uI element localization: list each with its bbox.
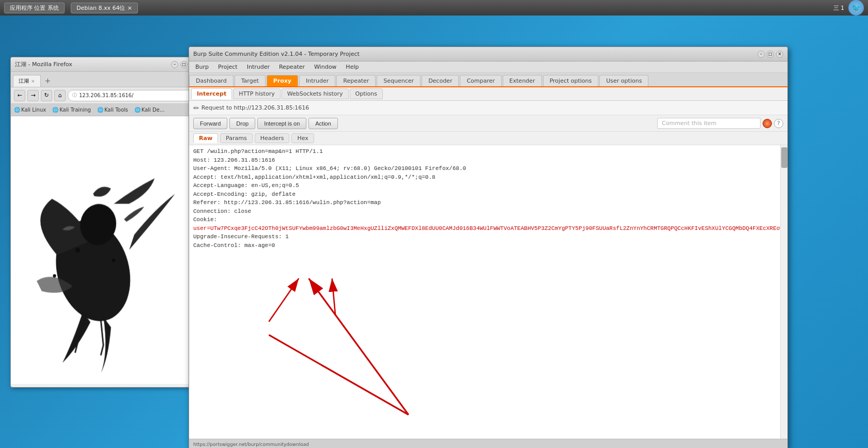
help-icon[interactable]: ? (774, 119, 783, 128)
request-line-11: Upgrade-Insecure-Requests: 1 (193, 233, 783, 241)
taskbar-tab-close-icon[interactable]: × (128, 5, 132, 11)
tab-intruder[interactable]: Intruder (299, 75, 335, 86)
req-tab-headers[interactable]: Headers (255, 133, 290, 143)
menu-repeater[interactable]: Repeater (275, 63, 309, 71)
tab-dashboard[interactable]: Dashboard (189, 75, 234, 86)
firefox-forward-btn[interactable]: → (27, 90, 39, 101)
action-bar: Forward Drop Intercept is on Action Comm… (189, 115, 787, 132)
firefox-ink-art (11, 116, 201, 384)
tab-project-options[interactable]: Project options (543, 75, 599, 86)
firefox-nav-bar: ← → ↻ ⌂ ⓘ 123.206.31.85:1616/ (11, 87, 201, 104)
taskbar-left: 应用程序 位置 系统 Debian 8.xx 64位 × (4, 3, 138, 13)
firefox-tab-jianghu[interactable]: 江湖 × (13, 75, 41, 87)
tab-comparer[interactable]: Comparer (460, 75, 501, 86)
tab-user-options[interactable]: User options (599, 75, 648, 86)
firefox-back-btn[interactable]: ← (14, 90, 25, 101)
kali-de-link[interactable]: 🌐 Kali De... (134, 107, 165, 113)
tab-target[interactable]: Target (235, 75, 266, 86)
request-line-3: User-Agent: Mozilla/5.0 (X11; Linux x86_… (193, 164, 783, 173)
taskbar-right: 三 1 🐦 (833, 0, 864, 16)
svg-point-3 (76, 249, 79, 252)
comment-input[interactable]: Comment this item (657, 118, 761, 129)
menu-intruder[interactable]: Intruder (243, 63, 274, 71)
menu-burp[interactable]: Burp (191, 63, 213, 71)
firefox-home-btn[interactable]: ⌂ (54, 90, 66, 101)
kali-linux-link[interactable]: 🌐 Kali Linux (14, 107, 46, 113)
desktop: 江湖 - Mozilla Firefox – □ × 江湖 × + ← → ↻ … (0, 16, 868, 448)
kali-tools-label: Kali Tools (104, 107, 128, 113)
status-bar: https://portswigger.net/burp/communitydo… (189, 439, 787, 448)
menu-window[interactable]: Window (310, 63, 340, 71)
svg-line-7 (269, 279, 299, 322)
forward-button[interactable]: Forward (193, 118, 227, 129)
kali-tools-link[interactable]: 🌐 Kali Tools (97, 107, 128, 113)
burp-sub-tabs: Intercept HTTP history WebSockets histor… (189, 87, 787, 101)
burp-title-text: Burp Suite Community Edition v2.1.04 - T… (193, 51, 360, 57)
scrollbar-track (780, 145, 787, 445)
svg-line-9 (269, 335, 408, 414)
svg-line-8 (332, 279, 335, 315)
kali-de-icon: 🌐 (134, 107, 141, 113)
svg-point-4 (113, 259, 115, 261)
burp-window: Burp Suite Community Edition v2.1.04 - T… (189, 47, 788, 448)
action-button[interactable]: Action (308, 118, 338, 129)
edit-pencil-icon: ✏ (193, 104, 199, 112)
request-line-9: Cookie: (193, 215, 783, 224)
req-tab-params[interactable]: Params (220, 133, 253, 143)
menu-help[interactable]: Help (342, 63, 363, 71)
firefox-title-text: 江湖 - Mozilla Firefox (15, 60, 72, 68)
svg-line-10 (309, 279, 409, 415)
action-bar-right: Comment this item ? (657, 118, 783, 129)
burp-maximize-btn[interactable]: □ (767, 51, 774, 58)
tab-sequencer[interactable]: Sequencer (377, 75, 421, 86)
burp-minimize-btn[interactable]: – (757, 51, 765, 58)
scrollbar-thumb[interactable] (781, 147, 787, 168)
burp-window-controls: – □ × (757, 51, 783, 58)
burp-titlebar: Burp Suite Community Edition v2.1.04 - T… (189, 47, 787, 61)
sub-tab-http-history[interactable]: HTTP history (233, 88, 280, 99)
request-line-12: Cache-Control: max-age=0 (193, 241, 783, 250)
taskbar-debian-label: Debian 8.xx 64位 (76, 4, 126, 12)
request-line-7: Referer: http://123.206.31.85:1616/wulin… (193, 198, 783, 207)
svg-point-5 (53, 274, 56, 277)
burp-menubar: Burp Project Intruder Repeater Window He… (189, 61, 787, 73)
burp-close-btn[interactable]: × (776, 51, 783, 58)
tab-proxy[interactable]: Proxy (267, 75, 298, 86)
request-header: ✏ Request to http://123.206.31.85:1616 (189, 101, 787, 115)
kali-training-icon: 🌐 (52, 107, 58, 113)
taskbar-debian-tab[interactable]: Debian 8.xx 64位 × (71, 3, 138, 13)
sub-tab-options[interactable]: Options (350, 88, 383, 99)
request-line-2: Host: 123.206.31.85:1616 (193, 156, 783, 165)
kali-training-label: Kali Training (59, 107, 91, 113)
taskbar-time: 三 1 (833, 4, 845, 12)
request-type-tabs: Raw Params Headers Hex (189, 132, 787, 145)
sub-tab-websockets-history[interactable]: WebSockets history (282, 88, 349, 99)
req-tab-raw[interactable]: Raw (193, 133, 218, 143)
kali-training-link[interactable]: 🌐 Kali Training (52, 107, 91, 113)
firefox-tab-label: 江湖 (19, 78, 29, 85)
taskbar-app-tab[interactable]: 应用程序 位置 系统 (4, 3, 65, 13)
firefox-tab-close-icon[interactable]: × (31, 79, 35, 84)
request-line-4: Accept: text/html,application/xhtml+xml,… (193, 173, 783, 182)
tab-decoder[interactable]: Decoder (422, 75, 459, 86)
taskbar-tab-label: 应用程序 位置 系统 (10, 4, 59, 12)
kali-bookmarks-bar: 🌐 Kali Linux 🌐 Kali Training 🌐 Kali Tool… (11, 104, 201, 116)
firefox-address-bar[interactable]: ⓘ 123.206.31.85:1616/ (68, 90, 198, 101)
req-tab-hex[interactable]: Hex (291, 133, 314, 143)
firefox-window: 江湖 - Mozilla Firefox – □ × 江湖 × + ← → ↻ … (10, 57, 202, 388)
sub-tab-intercept[interactable]: Intercept (191, 88, 232, 99)
request-line-1: GET /wulin.php?action=map&n=1 HTTP/1.1 (193, 147, 783, 156)
taskbar: 应用程序 位置 系统 Debian 8.xx 64位 × 三 1 🐦 (0, 0, 868, 16)
firefox-maximize-btn[interactable]: □ (180, 61, 188, 68)
firefox-new-tab-btn[interactable]: + (41, 74, 55, 87)
intercept-on-button[interactable]: Intercept is on (257, 118, 306, 129)
tab-repeater[interactable]: Repeater (336, 75, 376, 86)
drop-button[interactable]: Drop (229, 118, 255, 129)
tab-extender[interactable]: Extender (503, 75, 542, 86)
color-picker-icon[interactable] (763, 119, 772, 128)
firefox-title-label: 江湖 - Mozilla Firefox (15, 61, 72, 68)
menu-project[interactable]: Project (214, 63, 242, 71)
firefox-reload-btn[interactable]: ↻ (41, 90, 52, 101)
firefox-minimize-btn[interactable]: – (171, 61, 178, 68)
request-content-area[interactable]: GET /wulin.php?action=map&n=1 HTTP/1.1 H… (189, 145, 787, 445)
